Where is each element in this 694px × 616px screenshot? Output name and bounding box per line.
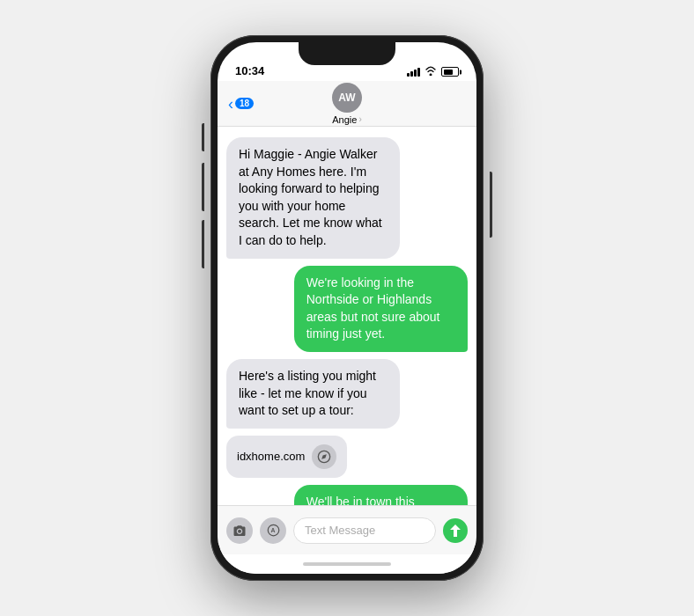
link-url-text: idxhome.com: [237, 450, 305, 463]
status-time: 10:34: [235, 64, 264, 77]
contact-chevron-icon: ›: [358, 114, 361, 124]
status-icons: [407, 66, 459, 77]
nav-bar: ‹ 18 AW Angie ›: [218, 81, 476, 127]
contact-name-label: Angie: [332, 114, 357, 125]
message-text-5a: We'll be in town this coming: [306, 495, 415, 505]
back-button[interactable]: ‹ 18: [228, 96, 254, 112]
notch: [299, 42, 395, 65]
silent-switch: [202, 220, 204, 268]
svg-marker-1: [321, 454, 327, 459]
message-bubble-1: Hi Maggie - Angie Walker at Any Homes he…: [226, 137, 400, 259]
message-text-1: Hi Maggie - Angie Walker at Any Homes he…: [239, 147, 382, 247]
volume-up-button: [202, 123, 204, 151]
contact-info[interactable]: AW Angie ›: [332, 83, 362, 125]
contact-name-row: Angie ›: [332, 114, 361, 125]
back-chevron-icon: ‹: [228, 96, 233, 112]
wifi-icon: [425, 66, 437, 77]
phone-frame: 10:34: [210, 35, 484, 581]
message-bubble-5: We'll be in town this coming Saturday - …: [294, 485, 468, 505]
input-area: A Text Message: [218, 505, 476, 554]
back-badge-count: 18: [235, 98, 254, 109]
avatar: AW: [332, 83, 362, 113]
home-bar: [303, 562, 391, 566]
signal-icon: [407, 67, 420, 77]
message-input[interactable]: Text Message: [293, 517, 436, 544]
volume-down-button: [202, 163, 204, 211]
message-bubble-3: Here's a listing you might like - let me…: [226, 359, 400, 429]
phone-screen: 10:34: [218, 42, 476, 574]
apps-button[interactable]: A: [260, 517, 286, 544]
message-bubble-2: We're looking in the Northside or Highla…: [294, 266, 468, 352]
send-button[interactable]: [443, 518, 468, 543]
messages-area: Hi Maggie - Angie Walker at Any Homes he…: [218, 127, 476, 505]
power-button: [490, 172, 492, 238]
battery-icon: [441, 67, 459, 77]
home-indicator: [218, 554, 476, 574]
camera-button[interactable]: [226, 517, 253, 544]
svg-text:A: A: [270, 527, 275, 533]
link-compass-icon: [312, 444, 336, 469]
message-text-2: We're looking in the Northside or Highla…: [306, 275, 440, 341]
input-placeholder: Text Message: [305, 524, 375, 537]
link-preview[interactable]: idxhome.com: [226, 436, 347, 478]
message-text-3: Here's a listing you might like - let me…: [239, 369, 376, 417]
